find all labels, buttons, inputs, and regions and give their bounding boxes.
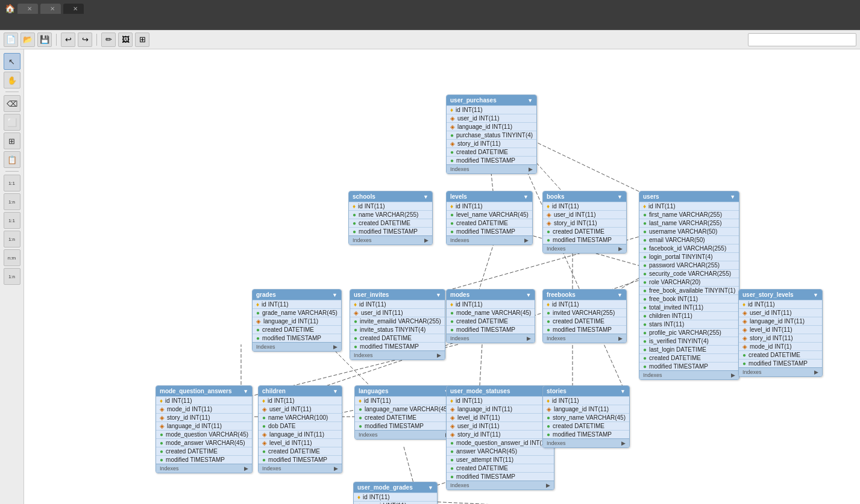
menu-file[interactable] <box>2 22 12 25</box>
tab-eer[interactable]: ✕ <box>63 4 84 14</box>
entity-stories[interactable]: stories▼♦id INT(11)◈language_id INT(11)●… <box>542 385 630 448</box>
home-icon[interactable]: 🏠 <box>5 4 15 13</box>
tool-select[interactable]: ↖ <box>4 53 20 70</box>
menu-tools[interactable] <box>67 22 77 25</box>
entity-footer-mode_question_answers[interactable]: Indexes▶ <box>156 464 252 473</box>
entity-user_purchases[interactable]: user_purchases▼♦id INT(11)◈user_id INT(1… <box>446 95 537 174</box>
entity-user_story_levels[interactable]: user_story_levels▼♦id INT(11)◈user_id IN… <box>738 289 823 377</box>
entity-dropdown-grades[interactable]: ▼ <box>332 292 337 298</box>
rel-1nb[interactable]: 1:n <box>4 231 20 247</box>
expand-icon-grades[interactable]: ▶ <box>333 344 337 350</box>
expand-icon-modes[interactable]: ▶ <box>527 335 531 341</box>
new-file-button[interactable]: 📄 <box>4 33 18 47</box>
entity-footer-user_story_levels[interactable]: Indexes▶ <box>739 367 822 376</box>
entity-user_mode_statuses[interactable]: user_mode_statuses▼♦id INT(11)◈language_… <box>446 385 554 490</box>
tool-rectangle[interactable]: ⬜ <box>4 114 20 131</box>
entity-dropdown-user_purchases[interactable]: ▼ <box>527 98 533 104</box>
entity-dropdown-user_story_levels[interactable]: ▼ <box>813 292 818 298</box>
expand-icon-levels[interactable]: ▶ <box>524 237 529 243</box>
menu-scripting[interactable] <box>78 22 88 25</box>
entity-dropdown-schools[interactable]: ▼ <box>423 194 428 200</box>
tool-table[interactable]: ⊞ <box>4 132 20 149</box>
rel-1-1b[interactable]: 1:1 <box>4 212 20 229</box>
tab-close-mysql[interactable]: ✕ <box>27 5 32 12</box>
entity-dropdown-mode_question_answers[interactable]: ▼ <box>243 388 248 394</box>
entity-mode_question_answers[interactable]: mode_question_answers▼♦id INT(11)◈mode_i… <box>155 385 253 473</box>
tool-hand[interactable]: ✋ <box>4 72 20 89</box>
pencil-button[interactable]: ✏ <box>101 33 116 47</box>
layers-button[interactable]: ⊞ <box>135 33 149 47</box>
entity-footer-users[interactable]: Indexes▶ <box>639 370 739 379</box>
entity-schools[interactable]: schools▼♦id INT(11)●name VARCHAR(255)●cr… <box>348 191 433 245</box>
entity-footer-languages[interactable]: Indexes▶ <box>355 430 453 439</box>
menu-model[interactable] <box>46 22 55 25</box>
entity-footer-books[interactable]: Indexes▶ <box>543 244 626 253</box>
rel-nm[interactable]: n:m <box>4 249 20 266</box>
search-input[interactable] <box>748 33 856 46</box>
rel-1n[interactable]: 1:n <box>4 193 20 210</box>
entity-dropdown-users[interactable]: ▼ <box>730 194 735 200</box>
redo-button[interactable]: ↪ <box>78 33 92 47</box>
field-row: ◈user_id INT(11) <box>350 308 445 317</box>
field-dot-fk: ◈ <box>547 406 551 412</box>
menu-help[interactable] <box>89 22 99 25</box>
menu-view[interactable] <box>24 22 34 25</box>
expand-icon-user_story_levels[interactable]: ▶ <box>814 369 818 375</box>
rel-1nc[interactable]: 1:n <box>4 268 20 285</box>
expand-icon-user_mode_statuses[interactable]: ▶ <box>546 482 550 488</box>
undo-button[interactable]: ↩ <box>61 33 75 47</box>
entity-dropdown-books[interactable]: ▼ <box>617 194 623 200</box>
save-button[interactable]: 💾 <box>37 33 52 47</box>
expand-icon-users[interactable]: ▶ <box>731 372 735 378</box>
tool-note[interactable]: 📋 <box>4 151 20 168</box>
entity-header-languages: languages▼ <box>355 386 453 396</box>
screenshot-button[interactable]: 🖼 <box>118 33 133 47</box>
rel-1-1[interactable]: 1:1 <box>4 175 20 191</box>
tab-model[interactable]: ✕ <box>40 4 61 14</box>
entity-users[interactable]: users▼♦id INT(11)●first_name VARCHAR(255… <box>639 191 739 380</box>
entity-footer-modes[interactable]: Indexes▶ <box>447 334 535 343</box>
entity-dropdown-modes[interactable]: ▼ <box>526 292 531 298</box>
expand-icon-schools[interactable]: ▶ <box>424 237 428 243</box>
menu-arrange[interactable] <box>35 22 45 25</box>
expand-icon-books[interactable]: ▶ <box>618 246 623 252</box>
entity-grades[interactable]: grades▼♦id INT(11)●grade_name VARCHAR(45… <box>252 289 342 352</box>
entity-dropdown-user_invites[interactable]: ▼ <box>436 292 441 298</box>
expand-icon-freebooks[interactable]: ▶ <box>618 335 623 341</box>
entity-dropdown-user_mode_grades[interactable]: ▼ <box>428 485 433 491</box>
tool-eraser[interactable]: ⌫ <box>4 95 20 112</box>
entity-modes[interactable]: modes▼♦id INT(11)●mode_name VARCHAR(45)●… <box>446 289 535 343</box>
entity-books[interactable]: books▼♦id INT(11)◈user_id INT(11)◈story_… <box>542 191 627 254</box>
expand-icon-mode_question_answers[interactable]: ▶ <box>244 465 248 471</box>
entity-footer-user_purchases[interactable]: Indexes▶ <box>447 164 536 173</box>
menu-edit[interactable] <box>13 22 23 25</box>
expand-icon-user_purchases[interactable]: ▶ <box>529 166 533 172</box>
open-file-button[interactable]: 📂 <box>20 33 35 47</box>
entity-footer-grades[interactable]: Indexes▶ <box>253 342 341 351</box>
entity-freebooks[interactable]: freebooks▼♦id INT(11)●invited VARCHAR(25… <box>542 289 627 343</box>
entity-children[interactable]: children▼♦id INT(11)◈user_id INT(11)●nam… <box>258 385 342 473</box>
entity-user_mode_grades[interactable]: user_mode_grades▼♦id INT(11)◈user_id INT… <box>353 482 438 504</box>
expand-icon-stories[interactable]: ▶ <box>621 440 626 446</box>
entity-dropdown-stories[interactable]: ▼ <box>620 388 626 394</box>
entity-dropdown-freebooks[interactable]: ▼ <box>617 292 623 298</box>
entity-footer-schools[interactable]: Indexes▶ <box>349 235 432 244</box>
menu-database[interactable] <box>57 22 66 25</box>
entity-user_invites[interactable]: user_invites▼♦id INT(11)◈user_id INT(11)… <box>350 289 445 360</box>
entity-footer-levels[interactable]: Indexes▶ <box>447 235 532 244</box>
entity-languages[interactable]: languages▼♦id INT(11)●language_name VARC… <box>354 385 454 440</box>
canvas[interactable]: user_purchases▼♦id INT(11)◈user_id INT(1… <box>24 49 860 504</box>
expand-icon-children[interactable]: ▶ <box>334 465 338 471</box>
entity-footer-stories[interactable]: Indexes▶ <box>543 438 629 447</box>
entity-levels[interactable]: levels▼♦id INT(11)●level_name VARCHAR(45… <box>446 191 533 245</box>
entity-footer-user_invites[interactable]: Indexes▶ <box>350 350 445 359</box>
entity-footer-children[interactable]: Indexes▶ <box>259 464 342 473</box>
expand-icon-user_invites[interactable]: ▶ <box>437 352 441 358</box>
tab-mysql[interactable]: ✕ <box>17 4 38 14</box>
tab-close-eer[interactable]: ✕ <box>73 5 78 12</box>
entity-footer-freebooks[interactable]: Indexes▶ <box>543 334 626 343</box>
entity-dropdown-children[interactable]: ▼ <box>333 388 338 394</box>
tab-close-model[interactable]: ✕ <box>50 5 55 12</box>
entity-dropdown-levels[interactable]: ▼ <box>523 194 529 200</box>
entity-footer-user_mode_statuses[interactable]: Indexes▶ <box>447 481 554 490</box>
